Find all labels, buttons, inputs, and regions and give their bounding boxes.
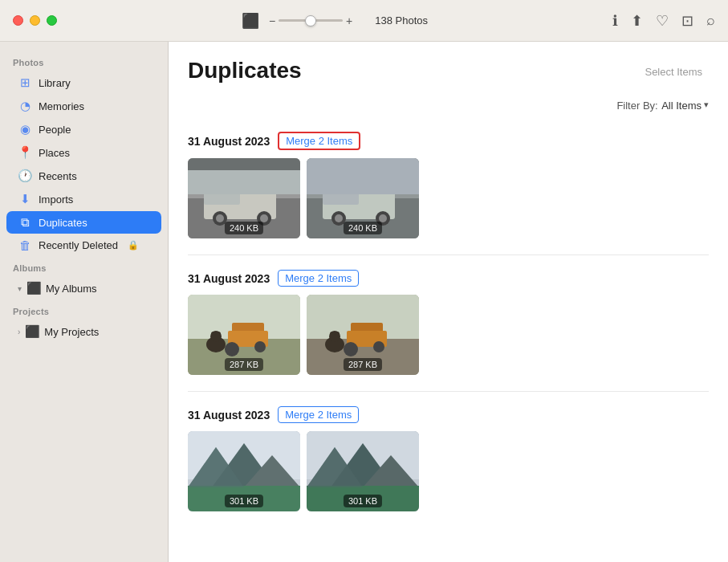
select-items-button[interactable]: Select Items <box>638 63 709 81</box>
sidebar-item-imports[interactable]: ⬇ Imports <box>6 188 161 210</box>
maximize-button[interactable] <box>47 15 57 26</box>
svg-point-28 <box>211 332 216 336</box>
search-icon[interactable]: ⌕ <box>706 12 715 29</box>
photo-content: 287 KB <box>188 295 300 375</box>
svg-point-15 <box>335 214 343 222</box>
sidebar-item-label: Library <box>39 77 71 89</box>
merge-button-2[interactable]: Merge 2 Items <box>278 270 359 287</box>
content-header: Duplicates Select Items <box>169 42 728 93</box>
photo-size-badge: 301 KB <box>225 495 263 507</box>
photo-thumb[interactable]: 240 KB <box>307 158 419 238</box>
minimize-button[interactable] <box>30 15 40 26</box>
titlebar-center: ⬛ − + 138 Photos <box>70 9 612 33</box>
sidebar-item-library[interactable]: ⊞ Library <box>6 71 161 94</box>
svg-rect-18 <box>307 158 419 194</box>
svg-rect-9 <box>188 158 300 170</box>
sidebar-item-my-projects[interactable]: › ⬛ My Projects <box>6 320 161 343</box>
svg-point-35 <box>344 342 358 356</box>
sidebar-item-label: My Albums <box>46 283 97 295</box>
photos-section-2: 31 August 2023 Merge 2 Items <box>169 259 728 388</box>
imports-icon: ⬇ <box>18 192 32 206</box>
recents-icon: 🕐 <box>18 169 32 183</box>
sidebar-item-label: Recents <box>39 170 77 182</box>
section-divider <box>188 391 709 392</box>
titlebar-actions: ℹ ⬆ ♡ ⊡ ⌕ <box>612 12 715 30</box>
traffic-lights <box>13 15 57 26</box>
sidebar-item-memories[interactable]: ◔ Memories <box>6 95 161 117</box>
crop-icon[interactable]: ⊡ <box>681 12 693 30</box>
zoom-slider[interactable]: − + <box>269 14 352 27</box>
sidebar-item-label: Duplicates <box>39 217 87 229</box>
photo-size-badge: 301 KB <box>344 495 382 507</box>
app-container: Photos ⊞ Library ◔ Memories ◉ People 📍 P… <box>0 0 728 562</box>
photo-size-badge: 287 KB <box>344 358 382 371</box>
svg-point-24 <box>225 342 239 356</box>
photo-content: 240 KB <box>188 158 300 238</box>
sidebar-item-label: Recently Deleted <box>39 239 118 251</box>
svg-point-25 <box>254 341 266 352</box>
chevron-right-icon: › <box>18 328 20 336</box>
titlebar: ⬛ − + 138 Photos ℹ ⬆ ♡ ⊡ ⌕ <box>0 0 728 42</box>
photo-thumb[interactable]: 301 KB <box>307 431 419 511</box>
photo-size-badge: 240 KB <box>344 222 382 234</box>
merge-button-1[interactable]: Merge 2 Items <box>278 132 360 150</box>
info-icon[interactable]: ℹ <box>612 12 618 30</box>
albums-section-label: Albums <box>0 257 168 276</box>
projects-section-label: Projects <box>0 300 168 320</box>
places-icon: 📍 <box>18 145 32 160</box>
svg-point-39 <box>330 332 335 336</box>
photos-section-1: 31 August 2023 Merge 2 Items <box>169 120 728 251</box>
sidebar-item-my-albums[interactable]: ▾ ⬛ My Albums <box>6 277 161 299</box>
photo-count: 138 Photos <box>375 14 428 26</box>
sidebar-item-recents[interactable]: 🕐 Recents <box>6 165 161 187</box>
photos-grid-2: 287 KB <box>188 287 709 388</box>
section-divider <box>188 255 709 255</box>
photo-size-badge: 240 KB <box>225 222 263 234</box>
photos-grid-1: 240 KB <box>188 150 709 251</box>
photos-section-label: Photos <box>0 51 168 71</box>
filter-label: Filter By: <box>616 100 657 114</box>
merge-button-3[interactable]: Merge 2 Items <box>278 406 359 423</box>
sidebar-item-label: Memories <box>39 100 84 112</box>
close-button[interactable] <box>13 15 23 26</box>
photo-content: 301 KB <box>307 431 419 511</box>
filter-row: Filter By: All Items ▾ <box>169 93 728 120</box>
photo-thumb[interactable]: 287 KB <box>307 295 419 375</box>
page-title: Duplicates <box>188 58 302 83</box>
zoom-plus-icon[interactable]: + <box>346 14 352 27</box>
duplicates-icon: ⧉ <box>18 215 32 230</box>
zoom-thumb[interactable] <box>305 15 316 26</box>
main-content: Duplicates Select Items Filter By: All I… <box>169 42 728 562</box>
photo-content: 287 KB <box>307 295 419 375</box>
svg-point-29 <box>216 332 221 336</box>
trash-icon: 🗑 <box>18 238 32 252</box>
svg-point-36 <box>373 341 384 352</box>
zoom-track[interactable] <box>279 19 343 22</box>
sidebar-item-people[interactable]: ◉ People <box>6 118 161 140</box>
photo-thumb[interactable]: 240 KB <box>188 158 300 238</box>
sidebar-item-label: Places <box>39 147 70 159</box>
filter-value[interactable]: All Items <box>661 100 702 114</box>
share-icon[interactable]: ⬆ <box>631 12 643 30</box>
favorite-icon[interactable]: ♡ <box>656 12 669 30</box>
album-icon: ⬛ <box>26 281 41 295</box>
sidebar-item-duplicates[interactable]: ⧉ Duplicates <box>6 211 161 234</box>
sidebar: Photos ⊞ Library ◔ Memories ◉ People 📍 P… <box>0 42 169 562</box>
section-date-1: 31 August 2023 <box>188 135 270 148</box>
photos-section-3: 31 August 2023 Merge 2 Items <box>169 395 728 524</box>
chevron-down-icon: ▾ <box>18 284 22 293</box>
date-merge-row-3: 31 August 2023 Merge 2 Items <box>188 403 709 423</box>
photo-thumb[interactable]: 287 KB <box>188 295 300 375</box>
filter-chevron-icon[interactable]: ▾ <box>704 100 709 114</box>
sidebar-item-recently-deleted[interactable]: 🗑 Recently Deleted 🔒 <box>6 234 161 256</box>
section-date-2: 31 August 2023 <box>188 272 270 285</box>
memories-icon: ◔ <box>18 99 32 113</box>
sidebar-item-label: My Projects <box>44 326 99 338</box>
section-date-3: 31 August 2023 <box>188 409 270 422</box>
sidebar-item-label: People <box>39 124 71 136</box>
photo-thumb[interactable]: 301 KB <box>188 431 300 511</box>
sidebar-item-places[interactable]: 📍 Places <box>6 141 161 164</box>
slideshow-icon[interactable]: ⬛ <box>238 9 262 33</box>
zoom-minus-icon[interactable]: − <box>269 14 275 27</box>
photo-content: 240 KB <box>307 158 419 238</box>
